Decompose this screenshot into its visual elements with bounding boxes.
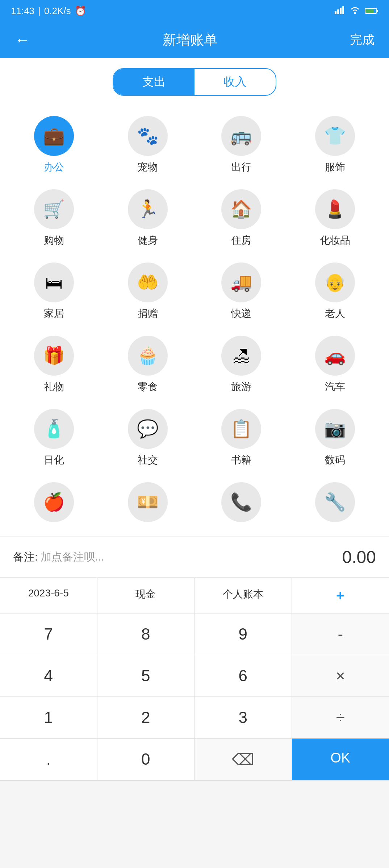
category-icon-office: 💼 bbox=[34, 116, 74, 156]
svg-rect-2 bbox=[340, 8, 342, 14]
category-item-clothing[interactable]: 👕服饰 bbox=[288, 110, 382, 180]
calc-operator-2[interactable]: ÷ bbox=[292, 697, 389, 738]
category-item-books[interactable]: 📋书籍 bbox=[194, 403, 288, 473]
category-item-cosmetics[interactable]: 💄化妆品 bbox=[288, 183, 382, 253]
battery-icon bbox=[365, 5, 378, 17]
category-label-elderly: 老人 bbox=[325, 307, 345, 321]
category-icon-donation: 🤲 bbox=[128, 263, 168, 302]
time-display: 11:43 bbox=[11, 5, 34, 17]
wifi-icon bbox=[350, 5, 360, 17]
category-icon-daily: 🧴 bbox=[34, 409, 74, 449]
category-item-housing[interactable]: 🏠住房 bbox=[194, 183, 288, 253]
svg-rect-3 bbox=[342, 6, 344, 14]
category-item-car[interactable]: 🚗汽车 bbox=[288, 330, 382, 400]
category-icon-express: 🚚 bbox=[221, 263, 261, 302]
category-label-donation: 捐赠 bbox=[138, 307, 158, 321]
category-icon-digital: 📷 bbox=[315, 409, 355, 449]
calc-key-.[interactable]: . bbox=[0, 739, 97, 780]
category-item-tourism[interactable]: 🏖旅游 bbox=[194, 330, 288, 400]
category-icon-fitness: 🏃 bbox=[128, 189, 168, 229]
category-icon-housing: 🏠 bbox=[221, 189, 261, 229]
category-icon-home: 🛏 bbox=[34, 263, 74, 302]
calc-operator-0[interactable]: - bbox=[292, 613, 389, 655]
network-speed-value: 0.2K/s bbox=[44, 5, 71, 17]
category-icon-car: 🚗 bbox=[315, 336, 355, 376]
status-left: 11:43 | 0.2K/s ⏰ bbox=[11, 5, 86, 17]
calc-key-2[interactable]: 2 bbox=[97, 697, 195, 738]
category-icon-social: 💬 bbox=[128, 409, 168, 449]
calc-key-6[interactable]: 6 bbox=[194, 655, 292, 697]
category-item-office[interactable]: 💼办公 bbox=[7, 110, 101, 180]
category-icon-phone: 📞 bbox=[221, 482, 261, 522]
category-item-fitness[interactable]: 🏃健身 bbox=[101, 183, 195, 253]
calc-key-5[interactable]: 5 bbox=[97, 655, 195, 697]
category-item-pet[interactable]: 🐾宠物 bbox=[101, 110, 195, 180]
category-item-travel[interactable]: 🚌出行 bbox=[194, 110, 288, 180]
category-icon-finance: 💴 bbox=[128, 482, 168, 522]
category-label-office: 办公 bbox=[44, 160, 64, 174]
app-header: ← 新增账单 完成 bbox=[0, 22, 389, 58]
category-icon-tools: 🔧 bbox=[315, 482, 355, 522]
calc-operator-1[interactable]: × bbox=[292, 655, 389, 697]
calc-key-7[interactable]: 7 bbox=[0, 613, 97, 655]
category-item-elderly[interactable]: 👴老人 bbox=[288, 257, 382, 326]
category-label-express: 快递 bbox=[231, 307, 251, 321]
backspace-button[interactable]: ⌫ bbox=[194, 739, 292, 780]
calc-key-0[interactable]: 0 bbox=[97, 739, 195, 780]
category-label-shopping: 购物 bbox=[44, 233, 64, 247]
tab-income[interactable]: 收入 bbox=[194, 69, 276, 95]
calc-meta-cell-3[interactable]: + bbox=[292, 578, 389, 613]
category-label-gift: 礼物 bbox=[44, 380, 64, 394]
category-item-digital[interactable]: 📷数码 bbox=[288, 403, 382, 473]
calculator: 2023-6-5现金个人账本+ 789-456×123÷.0⌫OK bbox=[0, 578, 389, 781]
done-button[interactable]: 完成 bbox=[350, 32, 375, 48]
category-label-pet: 宠物 bbox=[138, 160, 158, 174]
calc-meta-cell-0[interactable]: 2023-6-5 bbox=[0, 578, 97, 613]
note-label: 备注: bbox=[13, 550, 38, 565]
category-label-travel: 出行 bbox=[231, 160, 251, 174]
category-item-gift[interactable]: 🎁礼物 bbox=[7, 330, 101, 400]
category-item-food[interactable]: 🍎 bbox=[7, 476, 101, 532]
page-title: 新增账单 bbox=[163, 31, 218, 49]
category-icon-pet: 🐾 bbox=[128, 116, 168, 156]
calc-key-4[interactable]: 4 bbox=[0, 655, 97, 697]
category-item-shopping[interactable]: 🛒购物 bbox=[7, 183, 101, 253]
category-icon-snack: 🧁 bbox=[128, 336, 168, 376]
calc-key-3[interactable]: 3 bbox=[194, 697, 292, 738]
note-section: 备注: 加点备注呗... bbox=[13, 550, 104, 565]
svg-rect-1 bbox=[337, 9, 339, 14]
category-item-phone[interactable]: 📞 bbox=[194, 476, 288, 532]
amount-display: 0.00 bbox=[342, 547, 376, 567]
category-label-cosmetics: 化妆品 bbox=[320, 233, 350, 247]
category-item-express[interactable]: 🚚快递 bbox=[194, 257, 288, 326]
category-item-daily[interactable]: 🧴日化 bbox=[7, 403, 101, 473]
note-bar: 备注: 加点备注呗... 0.00 bbox=[0, 537, 389, 578]
calc-meta-cell-2[interactable]: 个人账本 bbox=[194, 578, 292, 613]
network-speed: | bbox=[38, 5, 41, 17]
category-item-donation[interactable]: 🤲捐赠 bbox=[101, 257, 195, 326]
category-item-snack[interactable]: 🧁零食 bbox=[101, 330, 195, 400]
category-item-home[interactable]: 🛏家居 bbox=[7, 257, 101, 326]
calc-row-1: 456× bbox=[0, 655, 389, 697]
category-item-finance[interactable]: 💴 bbox=[101, 476, 195, 532]
category-label-snack: 零食 bbox=[138, 380, 158, 394]
calc-key-1[interactable]: 1 bbox=[0, 697, 97, 738]
category-icon-cosmetics: 💄 bbox=[315, 189, 355, 229]
svg-rect-0 bbox=[335, 11, 336, 14]
tab-expense[interactable]: 支出 bbox=[113, 69, 194, 95]
category-icon-books: 📋 bbox=[221, 409, 261, 449]
calc-key-9[interactable]: 9 bbox=[194, 613, 292, 655]
calc-meta-cell-1[interactable]: 现金 bbox=[97, 578, 195, 613]
category-grid: 💼办公🐾宠物🚌出行👕服饰🛒购物🏃健身🏠住房💄化妆品🛏家居🤲捐赠🚚快递👴老人🎁礼物… bbox=[0, 103, 389, 536]
back-button[interactable]: ← bbox=[14, 31, 30, 49]
calc-key-8[interactable]: 8 bbox=[97, 613, 195, 655]
category-item-social[interactable]: 💬社交 bbox=[101, 403, 195, 473]
ok-button[interactable]: OK bbox=[292, 739, 389, 780]
category-icon-elderly: 👴 bbox=[315, 263, 355, 302]
category-icon-gift: 🎁 bbox=[34, 336, 74, 376]
category-label-daily: 日化 bbox=[44, 453, 64, 467]
note-placeholder[interactable]: 加点备注呗... bbox=[41, 550, 104, 565]
category-icon-food: 🍎 bbox=[34, 482, 74, 522]
category-item-tools[interactable]: 🔧 bbox=[288, 476, 382, 532]
status-right bbox=[335, 5, 378, 17]
